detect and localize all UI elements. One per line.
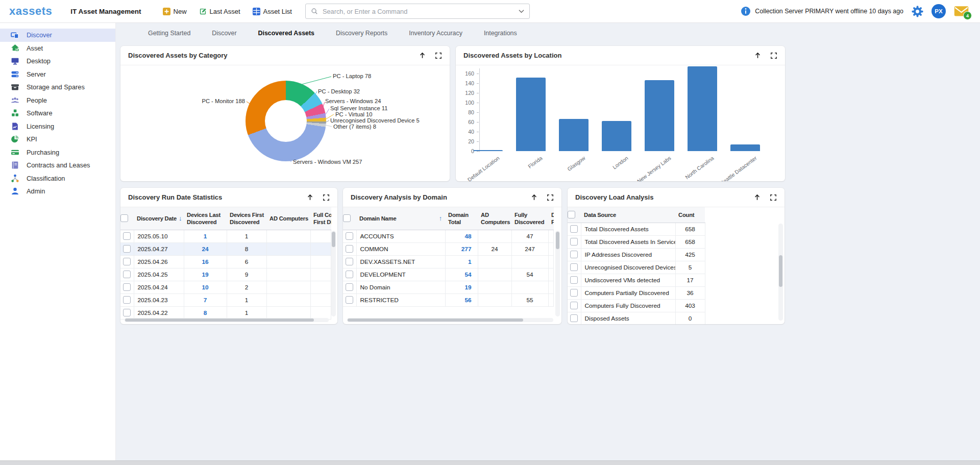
expand-icon[interactable] [770, 52, 777, 59]
cell-link[interactable]: 1 [204, 233, 207, 240]
table-row[interactable]: RESTRICTED5655 [343, 293, 554, 306]
sidebar-item-storage-and-spares[interactable]: Storage and Spares [0, 81, 115, 94]
table-row[interactable]: Computers Partially Discovered36 [568, 286, 705, 299]
column-header-devices-last-discovered[interactable]: Devices LastDiscovered [184, 207, 227, 230]
table-row[interactable]: DEVELOPMENT5454 [343, 268, 554, 281]
column-header-count[interactable]: Count [675, 207, 705, 223]
tab-integrations[interactable]: Integrations [473, 25, 528, 42]
table-row[interactable]: Undiscovered VMs detected17 [568, 274, 705, 286]
tab-inventory-accuracy[interactable]: Inventory Accuracy [398, 25, 473, 42]
sidebar-item-people[interactable]: People [0, 94, 115, 107]
cell-link[interactable]: 8 [204, 309, 207, 316]
table-row[interactable]: Total Discovered Assets In Service658 [568, 235, 705, 248]
column-header-discovery-date[interactable]: Discovery Date↓ [134, 207, 184, 230]
table-row[interactable]: Computers Fully Discovered403 [568, 299, 705, 312]
column-header-full-comp-first-disc[interactable]: Full CompFirst Disc [310, 207, 331, 230]
table-row[interactable]: 2025.04.24102 [120, 281, 331, 293]
column-header-devices-first-discovered[interactable]: Devices FirstDiscovered [227, 207, 266, 230]
sidebar-item-purchasing[interactable]: Purchasing [0, 146, 115, 159]
export-up-icon[interactable] [306, 193, 314, 201]
table-row[interactable]: IP Addresses Discovered425 [568, 248, 705, 261]
table-row[interactable]: 2025.04.26166 [120, 255, 331, 268]
cell-link[interactable]: 48 [464, 233, 471, 240]
vertical-scrollbar[interactable] [778, 224, 783, 321]
vertical-scrollbar[interactable] [555, 231, 560, 316]
sidebar-item-kpi[interactable]: KPI [0, 133, 115, 146]
mail-button[interactable]: 4 [953, 5, 970, 18]
gear-icon[interactable] [911, 5, 924, 18]
sidebar-item-classification[interactable]: Classification [0, 172, 115, 185]
table-row[interactable]: No Domain19 [343, 281, 554, 293]
cell-link[interactable]: 56 [464, 297, 471, 304]
tab-discovered-assets[interactable]: Discovered Assets [248, 25, 325, 42]
table-row[interactable]: 2025.04.2281 [120, 306, 331, 319]
table-row[interactable]: 2025.04.27248 [120, 242, 331, 255]
row-checkbox[interactable] [346, 258, 353, 265]
expand-icon[interactable] [323, 194, 330, 201]
sidebar-item-server[interactable]: Server [0, 68, 115, 81]
sidebar-item-contracts-and-leases[interactable]: Contracts and Leases [0, 159, 115, 172]
row-checkbox[interactable] [570, 238, 578, 246]
user-avatar[interactable]: PX [932, 4, 946, 18]
table-row[interactable]: Total Discovered Assets658 [568, 223, 705, 235]
horizontal-scrollbar[interactable] [347, 318, 553, 322]
table-row[interactable]: 2025.04.2371 [120, 293, 331, 306]
column-header-fully-discovered[interactable]: FullyDiscovered [511, 207, 548, 230]
row-checkbox[interactable] [346, 296, 353, 304]
cell-link[interactable]: 277 [461, 246, 472, 253]
expand-icon[interactable] [547, 194, 554, 201]
command-search[interactable] [305, 4, 530, 19]
row-checkbox[interactable] [346, 271, 353, 278]
sidebar-item-asset[interactable]: Asset [0, 42, 115, 55]
column-header-ad-computers[interactable]: AD Computers [266, 207, 310, 230]
select-all-checkbox[interactable] [120, 214, 128, 222]
row-checkbox[interactable] [123, 309, 131, 316]
select-all-checkbox[interactable] [343, 214, 351, 222]
table-row[interactable]: 2025.05.1011 [120, 230, 331, 242]
column-header-domain-total[interactable]: DomainTotal [445, 207, 478, 230]
column-header-ad-computers[interactable]: ADComputers [478, 207, 511, 230]
search-input[interactable] [322, 7, 519, 16]
row-checkbox[interactable] [346, 245, 353, 253]
horizontal-scrollbar[interactable] [125, 318, 329, 322]
expand-icon[interactable] [435, 52, 442, 59]
cell-link[interactable]: 7 [204, 297, 207, 304]
row-checkbox[interactable] [123, 245, 131, 253]
row-checkbox[interactable] [570, 276, 578, 284]
row-checkbox[interactable] [123, 271, 131, 278]
sidebar-item-admin[interactable]: Admin [0, 185, 115, 198]
row-checkbox[interactable] [123, 296, 131, 304]
table-row[interactable]: COMMON27724247 [343, 242, 554, 255]
export-up-icon[interactable] [419, 52, 426, 59]
tab-discover[interactable]: Discover [201, 25, 247, 42]
asset-list-button[interactable]: Asset List [253, 8, 292, 15]
tab-discovery-reports[interactable]: Discovery Reports [325, 25, 398, 42]
vertical-scrollbar[interactable] [331, 231, 336, 316]
row-checkbox[interactable] [570, 289, 578, 297]
row-checkbox[interactable] [570, 302, 578, 309]
cell-link[interactable]: 24 [202, 246, 208, 253]
sidebar-item-desktop[interactable]: Desktop [0, 55, 115, 68]
sidebar-item-licensing[interactable]: Licensing [0, 120, 115, 133]
select-all-checkbox[interactable] [568, 211, 575, 218]
column-header-dis-fail[interactable]: DisFail [548, 207, 554, 230]
cell-link[interactable]: 1 [468, 258, 472, 265]
row-checkbox[interactable] [570, 251, 578, 258]
export-up-icon[interactable] [754, 52, 762, 59]
chevron-down-icon[interactable] [519, 9, 524, 13]
export-up-icon[interactable] [753, 193, 761, 201]
export-up-icon[interactable] [530, 193, 538, 201]
tab-getting-started[interactable]: Getting Started [137, 25, 201, 42]
column-header-domain-name[interactable]: Domain Name↑ [356, 207, 445, 230]
table-row[interactable]: Unrecognised Discovered Devices5 [568, 261, 705, 274]
cell-link[interactable]: 10 [202, 284, 208, 291]
row-checkbox[interactable] [570, 263, 578, 271]
cell-link[interactable]: 19 [464, 284, 471, 291]
table-row[interactable]: 2025.04.25199 [120, 268, 331, 281]
row-checkbox[interactable] [346, 232, 353, 240]
row-checkbox[interactable] [123, 258, 131, 265]
row-checkbox[interactable] [346, 283, 353, 291]
row-checkbox[interactable] [570, 225, 578, 233]
table-row[interactable]: ACCOUNTS4847 [343, 230, 554, 242]
row-checkbox[interactable] [123, 232, 131, 240]
